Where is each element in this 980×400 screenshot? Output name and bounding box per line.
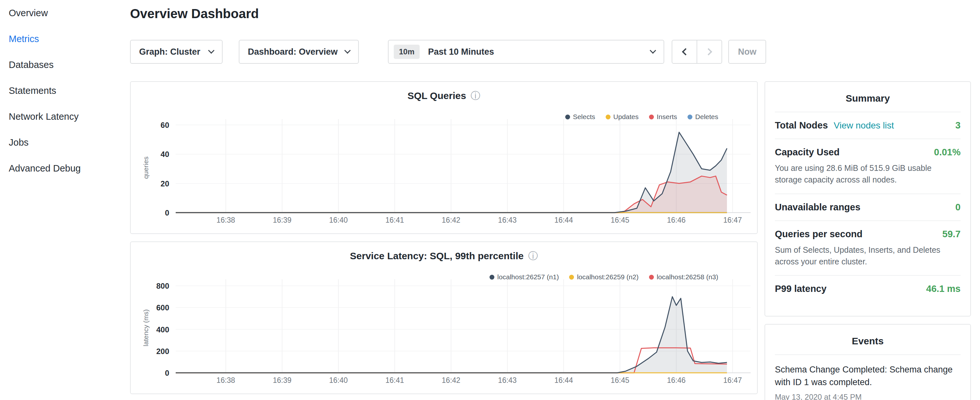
summary-value: 46.1 ms [926,284,961,294]
dashboard-label: Dashboard: Overview [248,47,338,57]
summary-value: 59.7 [942,229,961,239]
svg-text:20: 20 [161,179,169,188]
svg-text:16:47: 16:47 [724,376,742,384]
time-range-label: Past 10 Minutes [428,47,494,57]
svg-text:60: 60 [161,121,169,129]
legend-dot [687,115,692,120]
svg-text:queries: queries [142,157,150,179]
events-panel: Events Schema Change Completed: Schema c… [765,324,971,400]
legend-dot [649,115,654,120]
controls-bar: Graph: Cluster Dashboard: Overview 10m P… [130,40,971,64]
svg-text:16:45: 16:45 [611,376,629,384]
svg-text:0: 0 [165,209,169,217]
summary-label: Unavailable ranges [775,202,860,213]
summary-title: Summary [775,82,961,112]
svg-text:400: 400 [156,325,169,334]
sidebar: Overview Metrics Databases Statements Ne… [0,0,130,181]
time-back-button[interactable] [672,40,697,64]
service-latency-chart-canvas[interactable]: 020040060080016:3816:3916:4016:4116:4216… [138,279,751,392]
svg-text:latency (ms): latency (ms) [142,309,150,346]
svg-text:16:46: 16:46 [667,216,686,224]
event-item: Schema Change Completed: Schema change w… [775,354,961,400]
time-nav-buttons [672,40,722,64]
event-message: Schema Change Completed: Schema change w… [775,363,961,389]
svg-text:16:42: 16:42 [442,216,460,224]
graph-scope-dropdown[interactable]: Graph: Cluster [130,40,223,64]
chart-title-text: SQL Queries [407,90,466,101]
chart-title: SQL Queries ⓘ [131,90,757,101]
sidebar-item-metrics[interactable]: Metrics [0,26,130,52]
legend-dot [649,275,654,280]
svg-text:16:38: 16:38 [216,216,235,224]
summary-value: 0.01% [934,147,961,158]
chevron-down-icon [208,47,215,54]
svg-text:40: 40 [161,150,169,159]
events-title: Events [775,325,961,354]
svg-text:16:44: 16:44 [554,216,573,224]
graph-scope-label: Graph: Cluster [139,47,200,57]
chart-title: Service Latency: SQL, 99th percentile ⓘ [131,250,757,261]
sidebar-item-statements[interactable]: Statements [0,78,130,104]
summary-row-queries-per-second: Queries per second 59.7 Sum of Selects, … [775,220,961,276]
summary-row-capacity-used: Capacity Used 0.01% You are using 28.6 M… [775,139,961,193]
sidebar-item-overview[interactable]: Overview [0,0,130,26]
summary-description: You are using 28.6 MiB of 515.9 GiB usab… [775,162,961,186]
chart-title-text: Service Latency: SQL, 99th percentile [350,250,524,261]
dashboard-content: SQL Queries ⓘ SelectsUpdatesInsertsDelet… [130,81,971,400]
chevron-left-icon [682,48,689,56]
legend-dot [565,115,570,120]
svg-text:16:47: 16:47 [724,216,742,224]
legend-dot [569,275,574,280]
svg-text:16:46: 16:46 [667,376,686,384]
page-title: Overview Dashboard [130,6,971,21]
svg-text:16:44: 16:44 [554,376,573,384]
sidebar-item-jobs[interactable]: Jobs [0,129,130,155]
summary-value: 0 [955,202,961,213]
view-nodes-link[interactable]: View nodes list [834,120,894,131]
chevron-right-icon [705,48,712,56]
time-forward-button[interactable] [697,40,722,64]
dashboard-dropdown[interactable]: Dashboard: Overview [239,40,359,64]
chevron-down-icon [650,47,656,54]
summary-label: Queries per second [775,229,862,239]
main-content: Overview Dashboard Graph: Cluster Dashbo… [130,0,971,400]
svg-text:0: 0 [165,369,169,377]
svg-text:600: 600 [156,303,169,312]
chevron-down-icon [344,47,351,54]
sql-queries-chart-panel: SQL Queries ⓘ SelectsUpdatesInsertsDelet… [130,81,758,234]
summary-value: 3 [955,120,961,131]
event-timestamp: May 13, 2020 at 4:45 PM [775,392,961,400]
legend-dot [606,115,611,120]
svg-text:16:39: 16:39 [273,216,291,224]
summary-label: P99 latency [775,284,827,294]
service-latency-chart-panel: Service Latency: SQL, 99th percentile ⓘ … [130,241,758,394]
sidebar-item-databases[interactable]: Databases [0,52,130,78]
now-button[interactable]: Now [728,40,766,64]
sidebar-item-network-latency[interactable]: Network Latency [0,104,130,129]
svg-text:200: 200 [156,347,169,356]
summary-label: Total Nodes [775,120,828,131]
summary-row-p99-latency: P99 latency 46.1 ms [775,275,961,302]
svg-text:16:40: 16:40 [329,216,348,224]
svg-text:16:45: 16:45 [611,216,629,224]
time-range-badge: 10m [394,45,420,59]
time-range-dropdown[interactable]: 10m Past 10 Minutes [388,40,664,64]
svg-text:800: 800 [156,282,169,290]
sql-queries-chart-canvas[interactable]: 020406016:3816:3916:4016:4116:4216:4316:… [138,119,751,233]
svg-text:16:40: 16:40 [329,376,348,384]
svg-text:16:41: 16:41 [385,376,404,384]
summary-row-unavailable-ranges: Unavailable ranges 0 [775,193,961,220]
svg-text:16:39: 16:39 [273,376,291,384]
sidebar-item-advanced-debug[interactable]: Advanced Debug [0,155,130,181]
info-icon[interactable]: ⓘ [528,251,538,261]
svg-text:16:42: 16:42 [442,376,460,384]
svg-text:16:41: 16:41 [385,216,404,224]
summary-panel: Summary Total Nodes View nodes list 3 Ca… [765,81,971,317]
side-column: Summary Total Nodes View nodes list 3 Ca… [765,81,971,400]
summary-label: Capacity Used [775,147,840,158]
summary-row-total-nodes: Total Nodes View nodes list 3 [775,112,961,139]
charts-column: SQL Queries ⓘ SelectsUpdatesInsertsDelet… [130,81,758,400]
svg-text:16:38: 16:38 [216,376,235,384]
summary-description: Sum of Selects, Updates, Inserts, and De… [775,244,961,268]
info-icon[interactable]: ⓘ [471,91,480,100]
